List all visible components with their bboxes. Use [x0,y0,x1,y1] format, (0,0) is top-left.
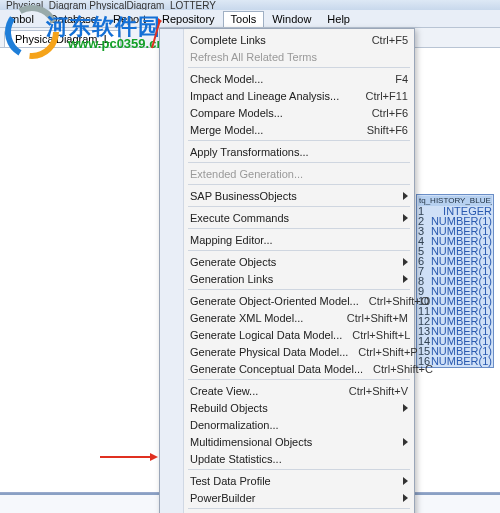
submenu-arrow-icon [403,214,408,222]
menu-item-label: Generate XML Model... [190,312,337,324]
menu-item[interactable]: Multidimensional Objects [160,433,414,450]
menu-item-shortcut: Ctrl+Shift+P [348,346,417,358]
menu-item-shortcut: Ctrl+Shift+L [342,329,410,341]
menu-item[interactable]: Generate XML Model...Ctrl+Shift+M [160,309,414,326]
menu-item-shortcut: Ctrl+F5 [362,34,408,46]
menu-item-label: Complete Links [190,34,362,46]
menu-separator [188,289,410,290]
menu-item[interactable]: Update Statistics... [160,450,414,467]
menu-item-label: Check Model... [190,73,385,85]
menu-separator [188,228,410,229]
menu-separator [188,140,410,141]
menu-item[interactable]: Denormalization... [160,416,414,433]
menu-item-shortcut: Ctrl+Shift+C [363,363,433,375]
menu-item-shortcut: Ctrl+F11 [356,90,409,102]
menu-separator [188,206,410,207]
menu-separator [188,184,410,185]
menu-item[interactable]: Execute Commands [160,209,414,226]
menu-item[interactable]: Generate Object-Oriented Model...Ctrl+Sh… [160,292,414,309]
menu-item[interactable]: Compare Models...Ctrl+F6 [160,104,414,121]
menu-tools[interactable]: Tools [223,11,265,27]
submenu-arrow-icon [403,258,408,266]
submenu-arrow-icon [403,192,408,200]
menubar: mbol Database Report Repository Tools Wi… [0,10,500,28]
menu-item-shortcut: F4 [385,73,408,85]
menu-item: Refresh All Related Terms [160,48,414,65]
menu-repository[interactable]: Repository [154,11,223,27]
menu-item[interactable]: Generate Physical Data Model...Ctrl+Shif… [160,343,414,360]
menu-separator [188,469,410,470]
menu-item-label: Refresh All Related Terms [190,51,408,63]
menu-item-shortcut: Ctrl+Shift+M [337,312,408,324]
menu-item[interactable]: Apply Transformations... [160,143,414,160]
diagram-tab[interactable]: PhysicalDiagram_L [4,30,121,47]
window-titlebar: Physical_Diagram PhysicalDiagram_LOTTERY [0,0,500,10]
menu-item[interactable]: SAP BusinessObjects [160,187,414,204]
menu-item[interactable]: Create View...Ctrl+Shift+V [160,382,414,399]
submenu-arrow-icon [403,438,408,446]
menu-item-label: Rebuild Objects [190,402,399,414]
menu-database[interactable]: Database [42,11,105,27]
menu-item-label: Execute Commands [190,212,399,224]
menu-item-label: Mapping Editor... [190,234,408,246]
menu-item[interactable]: Generate Objects [160,253,414,270]
menu-item[interactable]: Check Model...F4 [160,70,414,87]
menu-item[interactable]: Complete LinksCtrl+F5 [160,31,414,48]
menu-item-label: Update Statistics... [190,453,408,465]
menu-item-label: Denormalization... [190,419,408,431]
menu-report[interactable]: Report [105,11,154,27]
menu-help[interactable]: Help [319,11,358,27]
menu-item-label: PowerBuilder [190,492,399,504]
menu-item[interactable]: Mapping Editor... [160,231,414,248]
menu-item-label: Impact and Lineage Analysis... [190,90,356,102]
menu-item[interactable]: Generate Conceptual Data Model...Ctrl+Sh… [160,360,414,377]
submenu-arrow-icon [403,494,408,502]
menu-symbol[interactable]: mbol [2,11,42,27]
menu-item[interactable]: Test Data Profile [160,472,414,489]
menu-separator [188,250,410,251]
menu-item[interactable]: Generate Logical Data Model...Ctrl+Shift… [160,326,414,343]
menu-item-label: Multidimensional Objects [190,436,399,448]
menu-item[interactable]: PowerBuilder [160,489,414,506]
menu-item-label: Create View... [190,385,339,397]
menu-item-label: Generate Logical Data Model... [190,329,342,341]
menu-separator [188,67,410,68]
menu-item-label: SAP BusinessObjects [190,190,399,202]
menu-item-label: Generate Objects [190,256,399,268]
menu-item-shortcut: Ctrl+Shift+O [359,295,430,307]
menu-item-label: Apply Transformations... [190,146,408,158]
menu-item-label: Merge Model... [190,124,357,136]
menu-item[interactable]: Merge Model...Shift+F6 [160,121,414,138]
menu-item-label: Generate Object-Oriented Model... [190,295,359,307]
menu-item-shortcut: Shift+F6 [357,124,408,136]
diagram-table[interactable]: tq_HISTORY_BLUE_DATA 1INTEGER2NUMBER(1)3… [416,194,494,368]
menu-item-label: Compare Models... [190,107,362,119]
menu-item-label: Generate Physical Data Model... [190,346,348,358]
menu-separator [188,162,410,163]
menu-item[interactable]: Impact and Lineage Analysis...Ctrl+F11 [160,87,414,104]
menu-window[interactable]: Window [264,11,319,27]
submenu-arrow-icon [403,275,408,283]
menu-item-label: Test Data Profile [190,475,399,487]
menu-item[interactable]: Generation Links [160,270,414,287]
menu-item-label: Generation Links [190,273,399,285]
submenu-arrow-icon [403,404,408,412]
tools-dropdown: Complete LinksCtrl+F5Refresh All Related… [159,28,415,513]
menu-separator [188,508,410,509]
menu-item-label: Extended Generation... [190,168,408,180]
menu-item[interactable]: Rebuild Objects [160,399,414,416]
submenu-arrow-icon [403,477,408,485]
menu-item-shortcut: Ctrl+Shift+V [339,385,408,397]
menu-separator [188,379,410,380]
menu-item: Extended Generation... [160,165,414,182]
menu-item-label: Generate Conceptual Data Model... [190,363,363,375]
menu-item-shortcut: Ctrl+F6 [362,107,408,119]
